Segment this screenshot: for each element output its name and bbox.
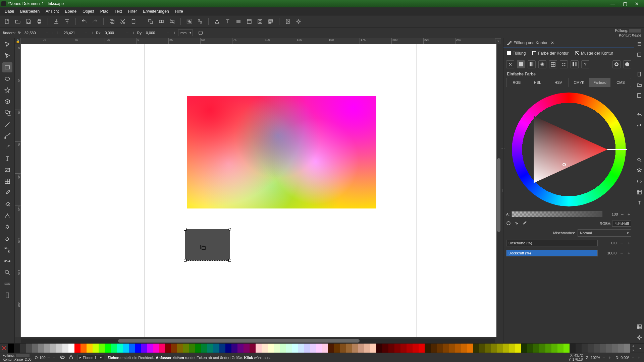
menu-extensions[interactable]: Erweiterungen bbox=[140, 8, 171, 15]
palette-swatch[interactable] bbox=[407, 344, 413, 353]
object-properties-button[interactable] bbox=[266, 17, 275, 26]
palette-swatch[interactable] bbox=[225, 344, 231, 353]
status-stroke-width[interactable]: 2,00 bbox=[25, 358, 31, 361]
connector-tool[interactable] bbox=[2, 245, 12, 255]
palette-swatch[interactable] bbox=[237, 344, 244, 353]
strip-new-icon[interactable] bbox=[636, 70, 643, 78]
height-increment[interactable]: + bbox=[90, 29, 95, 36]
palette-swatch[interactable] bbox=[50, 344, 56, 353]
fill-stroke-dialog-button[interactable] bbox=[213, 17, 221, 26]
palette-swatch[interactable] bbox=[588, 344, 594, 353]
height-decrement[interactable]: − bbox=[84, 29, 89, 36]
palette-swatch[interactable] bbox=[461, 344, 467, 353]
rotation-increment[interactable]: + bbox=[637, 354, 641, 361]
canvas-viewport[interactable] bbox=[21, 44, 501, 337]
palette-swatch[interactable] bbox=[340, 344, 346, 353]
paint-mesh-button[interactable] bbox=[549, 60, 557, 68]
width-decrement[interactable]: − bbox=[45, 29, 49, 36]
palette-swatch[interactable] bbox=[32, 344, 38, 353]
panel-tab-fill-stroke[interactable]: Füllung und Kontur ✕ bbox=[503, 38, 634, 48]
strip-save-icon[interactable] bbox=[636, 92, 643, 99]
gradient-tool[interactable] bbox=[2, 165, 12, 175]
zoom-in[interactable]: + bbox=[607, 354, 612, 361]
horizontal-scrollbar-thumb[interactable] bbox=[118, 339, 360, 343]
status-opacity-decrement[interactable]: − bbox=[46, 354, 51, 361]
paint-flat-button[interactable] bbox=[517, 60, 525, 68]
minimize-button[interactable]: — bbox=[607, 1, 619, 7]
palette-swatch[interactable] bbox=[219, 344, 225, 353]
palette-swatch[interactable] bbox=[195, 344, 201, 353]
zoom-tool[interactable] bbox=[2, 267, 12, 278]
palette-swatch[interactable] bbox=[105, 344, 111, 353]
palette-swatch[interactable] bbox=[171, 344, 177, 353]
palette-swatch[interactable] bbox=[376, 344, 382, 353]
strip-undo-icon[interactable] bbox=[636, 111, 643, 119]
palette-swatch[interactable] bbox=[129, 344, 135, 353]
palette-swatch[interactable] bbox=[292, 344, 298, 353]
strip-snap-icon[interactable] bbox=[636, 51, 643, 58]
palette-swatch[interactable] bbox=[14, 344, 20, 353]
hole-evenodd-button[interactable] bbox=[612, 60, 621, 68]
palette-swatch[interactable] bbox=[455, 344, 461, 353]
status-opacity-increment[interactable]: + bbox=[52, 354, 56, 361]
corner-radius-handle[interactable] bbox=[228, 228, 231, 231]
palette-swatch[interactable] bbox=[358, 344, 364, 353]
status-opacity-value[interactable]: 100 bbox=[39, 356, 45, 360]
subtab-stroke-paint[interactable]: Farbe der Kontur bbox=[529, 49, 572, 58]
palette-swatch[interactable] bbox=[388, 344, 394, 353]
layer-dropdown[interactable]: ▸Ebene 1▾ bbox=[77, 355, 104, 360]
palette-swatch[interactable] bbox=[624, 344, 630, 353]
clone-button[interactable] bbox=[157, 17, 166, 26]
spiral-tool[interactable] bbox=[2, 108, 12, 118]
palette-swatch[interactable] bbox=[503, 344, 509, 353]
text-dialog-button[interactable] bbox=[223, 17, 232, 26]
palette-swatch[interactable] bbox=[20, 344, 26, 353]
menu-view[interactable]: Ansicht bbox=[43, 8, 61, 15]
palette-swatch[interactable] bbox=[346, 344, 352, 353]
mesh-tool[interactable] bbox=[2, 176, 12, 186]
palette-swatch[interactable] bbox=[117, 344, 123, 353]
strip-prefs-icon[interactable] bbox=[636, 334, 643, 341]
palette-swatch[interactable] bbox=[80, 344, 87, 353]
selected-rectangle[interactable] bbox=[185, 229, 230, 260]
blur-decrement[interactable]: − bbox=[619, 240, 624, 246]
blur-increment[interactable]: + bbox=[627, 240, 631, 246]
xml-dialog-button[interactable] bbox=[245, 17, 254, 26]
paint-swatch-button[interactable] bbox=[571, 60, 579, 68]
alpha-increment[interactable]: + bbox=[627, 211, 631, 218]
palette-swatch[interactable] bbox=[527, 344, 533, 353]
palette-swatch[interactable] bbox=[352, 344, 358, 353]
measure-tool[interactable] bbox=[2, 279, 12, 289]
subtab-stroke-style[interactable]: Muster der Kontur bbox=[572, 49, 616, 58]
palette-swatch[interactable] bbox=[576, 344, 582, 353]
mode-hsv[interactable]: HSV bbox=[548, 78, 569, 87]
palette-none-swatch[interactable] bbox=[0, 344, 8, 353]
resize-handle-br[interactable] bbox=[228, 259, 231, 262]
ungroup-button[interactable] bbox=[196, 17, 204, 26]
zoom-value[interactable]: 102% bbox=[591, 356, 600, 360]
ry-input[interactable] bbox=[145, 29, 165, 36]
palette-swatch[interactable] bbox=[68, 344, 74, 353]
palette-swatch[interactable] bbox=[473, 344, 479, 353]
palette-swatch[interactable] bbox=[394, 344, 400, 353]
cut-button[interactable] bbox=[118, 17, 127, 26]
palette-swatch[interactable] bbox=[322, 344, 328, 353]
palette-swatch[interactable] bbox=[262, 344, 268, 353]
close-button[interactable]: ✕ bbox=[631, 1, 643, 7]
status-fill-swatch[interactable] bbox=[16, 354, 30, 357]
palette-swatch[interactable] bbox=[159, 344, 165, 353]
palette-swatch[interactable] bbox=[600, 344, 606, 353]
horizontal-ruler[interactable]: -75-50-250255075100125150175200225250 bbox=[21, 38, 495, 44]
opacity-increment[interactable]: + bbox=[627, 250, 631, 256]
pencil-tool[interactable] bbox=[2, 119, 12, 129]
palette-swatch[interactable] bbox=[533, 344, 539, 353]
alpha-decrement[interactable]: − bbox=[620, 211, 625, 218]
menu-object[interactable]: Objekt bbox=[80, 8, 97, 15]
strip-grid-icon[interactable] bbox=[636, 323, 643, 330]
save-button[interactable] bbox=[24, 17, 33, 26]
palette-swatch[interactable] bbox=[62, 344, 68, 353]
mode-cms[interactable]: CMS bbox=[610, 78, 631, 87]
palette-swatch[interactable] bbox=[564, 344, 570, 353]
palette-swatch[interactable] bbox=[268, 344, 274, 353]
ruler-origin-lock-icon[interactable]: 🔒 bbox=[15, 38, 21, 44]
